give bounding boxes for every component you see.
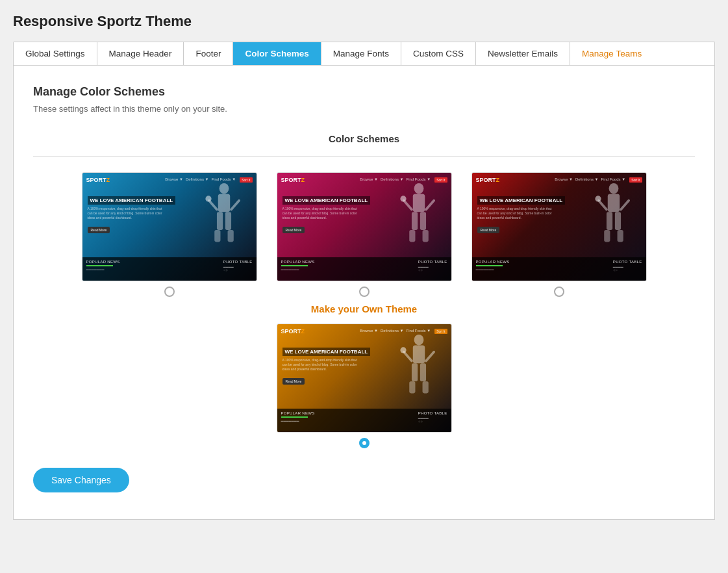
make-own-card[interactable]: SPORTZ Browse ▼Definitions ▼Find Foods ▼… <box>277 324 452 448</box>
tab-manage-fonts[interactable]: Manage Fonts <box>321 42 401 65</box>
tab-global-settings[interactable]: Global Settings <box>14 42 97 65</box>
color-schemes-heading: Color Schemes <box>33 133 695 144</box>
preview-nav-dark: Browse ▼Definitions ▼Find Foods ▼ Sort I… <box>555 177 642 183</box>
tab-manage-teams[interactable]: Manage Teams <box>570 42 653 65</box>
content-panel: Manage Color Schemes These settings affe… <box>13 65 715 520</box>
preview-hero-title-orange: WE LOVE AMERICAN FOOTBALL <box>282 348 371 356</box>
theme-card-blue[interactable]: SPORTZ Browse ▼Definitions ▼Find Foods ▼… <box>82 172 257 297</box>
theme-card-red[interactable]: SPORTZ Browse ▼Definitions ▼Find Foods ▼… <box>277 172 452 297</box>
schemes-divider <box>33 156 695 157</box>
preview-btn-blue: Read More <box>88 227 110 233</box>
preview-hero-title-blue: WE LOVE AMERICAN FOOTBALL <box>88 196 176 205</box>
theme-preview-red[interactable]: SPORTZ Browse ▼Definitions ▼Find Foods ▼… <box>277 172 452 281</box>
preview-nav-orange: Browse ▼Definitions ▼Find Foods ▼ Sort I… <box>360 329 447 334</box>
theme-preview-orange[interactable]: SPORTZ Browse ▼Definitions ▼Find Foods ▼… <box>277 324 452 433</box>
theme-radio-red[interactable] <box>359 286 370 297</box>
section-subtitle: These settings affect in this theme only… <box>33 104 695 114</box>
make-own-section: Make your Own Theme SPORTZ Browse ▼Defin… <box>33 303 695 448</box>
page-wrapper: Responsive Sportz Theme Global Settings … <box>0 0 728 573</box>
theme-radio-orange[interactable] <box>359 438 370 448</box>
page-title: Responsive Sportz Theme <box>13 13 715 30</box>
preview-btn-red: Read More <box>282 227 305 233</box>
theme-card-dark[interactable]: SPORTZ Browse ▼Definitions ▼Find Foods ▼… <box>471 172 647 297</box>
theme-radio-wrap-orange[interactable] <box>359 438 370 448</box>
preview-hero-title-dark: WE LOVE AMERICAN FOOTBALL <box>477 196 566 205</box>
preview-bottom-red: POPULAR NEWS ▬▬▬▬▬▬▬ PHOTO TABLE ▬▬▬▬ ◁ … <box>277 257 451 281</box>
tabs-bar: Global Settings Manage Header Footer Col… <box>13 42 715 65</box>
preview-nav-red: Browse ▼Definitions ▼Find Foods ▼ Sort I… <box>360 177 447 183</box>
tab-manage-header[interactable]: Manage Header <box>97 42 184 65</box>
preview-btn-orange: Read More <box>282 378 305 385</box>
tab-custom-css[interactable]: Custom CSS <box>401 42 476 65</box>
tab-newsletter-emails[interactable]: Newsletter Emails <box>476 42 570 65</box>
preview-nav-blue: Browse ▼Definitions ▼Find Foods ▼ Sort I… <box>165 177 252 183</box>
preview-bottom-orange: POPULAR NEWS ▬▬▬▬▬▬▬ PHOTO TABLE ▬▬▬▬ ◁ … <box>277 409 451 432</box>
theme-radio-dark[interactable] <box>554 286 564 297</box>
section-title: Manage Color Schemes <box>33 85 695 99</box>
theme-radio-wrap-dark[interactable] <box>554 286 564 297</box>
theme-radio-blue[interactable] <box>164 286 175 297</box>
theme-preview-dark[interactable]: SPORTZ Browse ▼Definitions ▼Find Foods ▼… <box>471 172 647 281</box>
preview-logo-orange: SPORTZ <box>281 328 305 335</box>
tab-footer[interactable]: Footer <box>184 42 233 65</box>
tab-color-schemes[interactable]: Color Schemes <box>233 42 321 65</box>
preview-hero-text-blue: A 100% responsive, drag-and-drop friendl… <box>88 207 166 220</box>
preview-hero-text-red: A 100% responsive, drag-and-drop friendl… <box>282 207 360 220</box>
themes-row: SPORTZ Browse ▼Definitions ▼Find Foods ▼… <box>33 172 695 297</box>
preview-hero-title-red: WE LOVE AMERICAN FOOTBALL <box>282 196 371 205</box>
save-changes-button[interactable]: Save Changes <box>33 468 129 492</box>
preview-logo-dark: SPORTZ <box>476 177 500 183</box>
preview-bottom-blue: POPULAR NEWS ▬▬▬▬▬▬▬ PHOTO TABLE ▬▬▬▬ ◁ … <box>82 257 257 281</box>
preview-bottom-dark: POPULAR NEWS ▬▬▬▬▬▬▬ PHOTO TABLE ▬▬▬▬ ◁ … <box>472 257 646 281</box>
theme-radio-wrap-blue[interactable] <box>164 286 175 297</box>
preview-hero-text-dark: A 100% responsive, drag-and-drop friendl… <box>477 207 555 220</box>
preview-logo-red: SPORTZ <box>281 177 305 183</box>
preview-btn-dark: Read More <box>477 227 500 233</box>
make-own-title: Make your Own Theme <box>311 303 417 314</box>
preview-hero-text-orange: A 100% responsive, drag-and-drop friendl… <box>282 358 360 372</box>
theme-preview-blue[interactable]: SPORTZ Browse ▼Definitions ▼Find Foods ▼… <box>82 172 257 281</box>
preview-logo-blue: SPORTZ <box>86 177 110 183</box>
theme-radio-wrap-red[interactable] <box>359 286 370 297</box>
